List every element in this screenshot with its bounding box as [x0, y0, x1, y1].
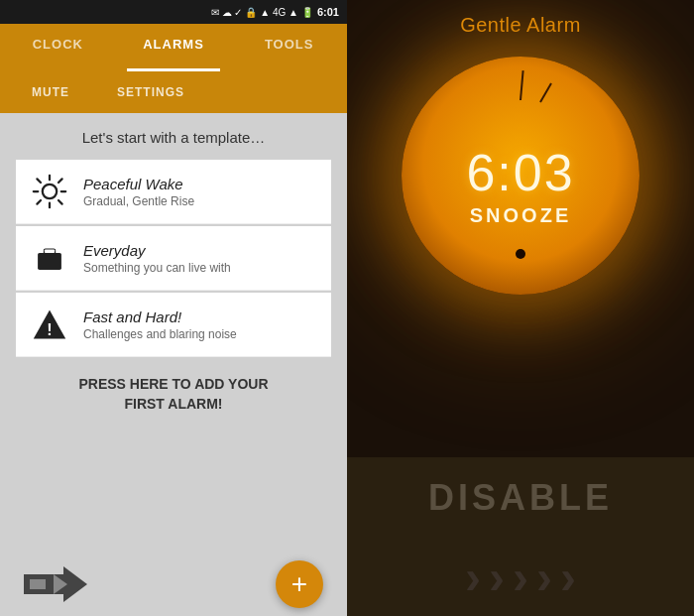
svg-line-6	[58, 200, 62, 204]
chevron-4: ›	[536, 550, 552, 604]
template-text-peaceful: Peaceful Wake Gradual, Gentle Rise	[83, 176, 194, 208]
template-item-everyday[interactable]: Everyday Something you can live with	[16, 226, 331, 291]
tab-alarms[interactable]: ALARMS	[116, 24, 232, 71]
clock-time: 6:03	[466, 143, 574, 202]
status-time: 6:01	[317, 6, 339, 18]
chevron-2: ›	[489, 550, 505, 604]
svg-line-8	[37, 200, 41, 204]
template-list: Peaceful Wake Gradual, Gentle Rise Every…	[16, 160, 331, 357]
sun-icon	[30, 172, 69, 211]
snooze-label: SNOOZE	[470, 204, 571, 227]
warning-icon: !	[30, 305, 69, 344]
tab-clock[interactable]: CLOCK	[0, 24, 116, 71]
clock-face[interactable]: 6:03 SNOOZE	[402, 57, 639, 295]
disable-section[interactable]: DISABLE › › › › ›	[347, 457, 694, 616]
disable-text: DISABLE	[428, 477, 613, 519]
chevron-5: ›	[560, 550, 576, 604]
chevron-3: ›	[513, 550, 528, 604]
mute-button[interactable]: MUTE	[16, 79, 85, 105]
briefcase-icon	[30, 238, 69, 278]
template-title: Let's start with a template…	[82, 129, 266, 146]
status-icons: ✉ ☁ ✓ 🔒 ▲ 4G ▲ 🔋	[211, 7, 313, 18]
signal-icons: ▲ 4G ▲	[260, 7, 298, 18]
svg-rect-16	[30, 579, 46, 589]
svg-line-5	[37, 179, 41, 183]
action-bar: MUTE SETTINGS	[0, 71, 347, 113]
left-panel: ✉ ☁ ✓ 🔒 ▲ 4G ▲ 🔋 6:01 CLOCK ALARMS TOOLS…	[0, 0, 347, 616]
template-text-fast-hard: Fast and Hard! Challenges and blaring no…	[83, 308, 237, 341]
template-section: Let's start with a template…	[0, 113, 347, 553]
clock-dot	[516, 249, 525, 259]
bottom-bar: +	[0, 553, 347, 616]
gentle-alarm-title: Gentle Alarm	[460, 14, 581, 37]
add-alarm-fab[interactable]: +	[276, 560, 323, 608]
chevron-1: ›	[465, 550, 481, 604]
notification-icons: ✉ ☁ ✓ 🔒	[211, 7, 257, 18]
add-alarm-prompt: PRESS HERE TO ADD YOURFIRST ALARM!	[78, 375, 268, 414]
right-panel: Gentle Alarm 6:03 SNOOZE DISABLE › › › ›…	[347, 0, 694, 616]
template-item-peaceful-wake[interactable]: Peaceful Wake Gradual, Gentle Rise	[16, 160, 331, 224]
svg-text:!: !	[47, 320, 52, 338]
status-bar: ✉ ☁ ✓ 🔒 ▲ 4G ▲ 🔋 6:01	[0, 0, 347, 24]
svg-rect-11	[45, 250, 55, 253]
top-nav: CLOCK ALARMS TOOLS	[0, 24, 347, 71]
template-text-everyday: Everyday Something you can live with	[83, 242, 231, 275]
arrow-button[interactable]	[24, 566, 87, 602]
template-item-fast-hard[interactable]: ! Fast and Hard! Challenges and blaring …	[16, 293, 331, 357]
tab-tools[interactable]: TOOLS	[231, 24, 347, 71]
chevrons-decoration: › › › › ›	[347, 537, 694, 616]
battery-icon: 🔋	[301, 7, 313, 18]
arrow-container	[24, 566, 87, 602]
svg-line-7	[58, 179, 62, 183]
svg-point-0	[43, 185, 57, 198]
right-header: Gentle Alarm	[460, 0, 581, 47]
settings-button[interactable]: SETTINGS	[101, 79, 200, 105]
